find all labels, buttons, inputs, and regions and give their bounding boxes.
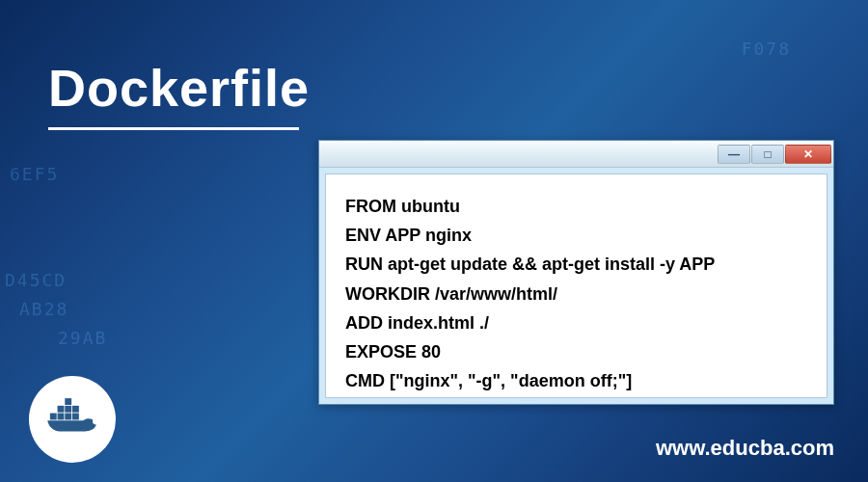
code-line: FROM ubuntu [345, 192, 807, 221]
maximize-button[interactable]: □ [751, 145, 784, 164]
window-titlebar: — □ ✕ [319, 141, 833, 168]
website-url: www.educba.com [656, 436, 834, 461]
title-underline [48, 127, 299, 130]
code-line: RUN apt-get update && apt-get install -y… [345, 250, 807, 279]
svg-rect-5 [65, 406, 71, 413]
bg-hex-decoration: AB28 [19, 299, 68, 319]
bg-hex-decoration: 29AB [58, 328, 107, 348]
code-line: ENV APP nginx [345, 221, 807, 250]
code-line: EXPOSE 80 [345, 337, 807, 366]
bg-hex-decoration: F078 [742, 39, 791, 59]
dockerfile-content: FROM ubuntu ENV APP nginx RUN apt-get up… [325, 174, 827, 398]
code-line: CMD ["nginx", "-g", "daemon off;"] [345, 366, 807, 395]
svg-rect-3 [72, 414, 79, 420]
docker-whale-icon [43, 395, 101, 443]
code-window: — □ ✕ FROM ubuntu ENV APP nginx RUN apt-… [318, 140, 834, 405]
page-title: Dockerfile [48, 58, 310, 118]
svg-rect-7 [65, 398, 71, 405]
close-button[interactable]: ✕ [785, 145, 831, 164]
svg-rect-0 [50, 414, 57, 420]
minimize-button[interactable]: — [718, 145, 750, 164]
svg-rect-6 [72, 406, 79, 413]
docker-logo [29, 376, 116, 463]
bg-hex-decoration: 6EF5 [10, 164, 59, 184]
svg-rect-1 [58, 414, 65, 420]
svg-rect-4 [58, 406, 65, 413]
bg-hex-decoration: D45CD [5, 270, 67, 290]
code-line: WORKDIR /var/www/html/ [345, 280, 807, 308]
svg-rect-2 [65, 414, 71, 420]
code-line: ADD index.html ./ [345, 308, 807, 337]
